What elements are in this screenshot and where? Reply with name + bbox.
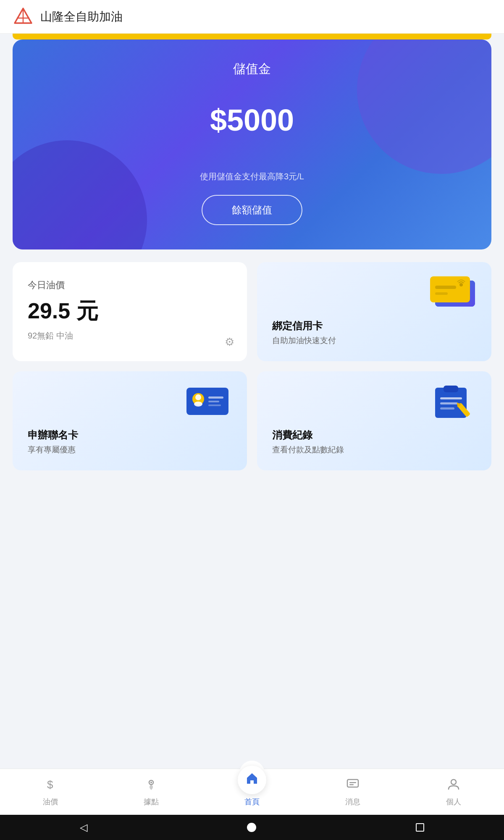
app-logo-icon [13, 6, 34, 27]
yellow-accent-bar [13, 34, 491, 39]
app-header: 山隆全自助加油 [0, 0, 504, 34]
nav-item-oil-price[interactable]: $ 油價 [0, 777, 101, 807]
topup-button[interactable]: 餘額儲值 [202, 195, 302, 225]
nav-label-home: 首頁 [244, 797, 260, 807]
balance-card: 儲值金 $5000 使用儲值金支付最高降3元/L 餘額儲值 [13, 39, 491, 249]
nav-label-message: 消息 [345, 797, 360, 807]
dollar-icon: $ [44, 777, 57, 794]
svg-point-12 [194, 402, 202, 407]
receipt-feature[interactable]: 消費紀錄 查看付款及點數紀錄 [257, 371, 491, 470]
message-icon [346, 777, 360, 794]
svg-rect-27 [349, 782, 356, 783]
svg-text:$: $ [47, 778, 53, 791]
receipt-icon [427, 381, 481, 425]
main-content: 儲值金 $5000 使用儲值金支付最高降3元/L 餘額儲值 今日油價 29.5 … [0, 39, 504, 624]
svg-point-11 [195, 394, 201, 400]
home-icon [245, 771, 259, 789]
person-icon [447, 777, 460, 794]
svg-rect-6 [435, 286, 456, 289]
receipt-sub: 查看付款及點數紀錄 [272, 444, 344, 455]
balance-desc: 使用儲值金支付最高降3元/L [200, 171, 304, 182]
back-button[interactable]: ◁ [80, 822, 87, 833]
location-icon [144, 777, 158, 794]
svg-point-29 [451, 780, 456, 785]
credit-card-feature[interactable]: 綁定信用卡 自助加油快速支付 [257, 262, 491, 361]
svg-rect-18 [440, 397, 462, 399]
svg-rect-20 [440, 407, 454, 410]
home-button[interactable] [247, 823, 256, 832]
svg-rect-5 [430, 276, 470, 302]
svg-rect-15 [208, 404, 221, 406]
app-title: 山隆全自助加油 [40, 9, 123, 25]
member-card-title: 申辦聯名卡 [28, 386, 78, 442]
credit-card-icon [427, 272, 481, 316]
svg-rect-7 [435, 292, 448, 295]
nav-item-profile[interactable]: 個人 [403, 777, 504, 807]
oil-price-value: 29.5 元 [28, 297, 232, 326]
svg-rect-28 [349, 784, 354, 785]
svg-rect-26 [347, 780, 358, 787]
nav-item-home[interactable]: 首頁 [202, 766, 302, 807]
svg-point-25 [150, 782, 152, 783]
member-card-feature[interactable]: 申辦聯名卡 享有專屬優惠 [13, 371, 247, 470]
oil-price-header: 今日油價 [28, 279, 232, 291]
member-card-icon [182, 381, 237, 425]
nav-label-oil-price: 油價 [43, 797, 58, 807]
svg-rect-13 [208, 396, 223, 399]
recents-button[interactable] [416, 823, 424, 832]
settings-icon[interactable]: ⚙ [225, 336, 234, 349]
nav-item-message[interactable]: 消息 [302, 777, 403, 807]
balance-amount: $5000 [210, 103, 294, 137]
feature-grid-row1: 今日油價 29.5 元 92無鉛 中油 ⚙ [13, 262, 491, 361]
svg-rect-17 [444, 386, 458, 392]
svg-point-8 [459, 283, 463, 286]
nav-label-profile: 個人 [446, 797, 461, 807]
receipt-title: 消費紀錄 [272, 386, 312, 442]
system-nav-bar: ◁ [0, 815, 504, 840]
svg-rect-9 [186, 388, 228, 415]
nav-item-location[interactable]: 據點 [101, 777, 202, 807]
member-card-sub: 享有專屬優惠 [28, 444, 76, 455]
nav-label-location: 據點 [144, 797, 159, 807]
balance-card-label: 儲值金 [233, 60, 271, 78]
oil-price-sub: 92無鉛 中油 [28, 330, 232, 341]
feature-grid-row2: 申辦聯名卡 享有專屬優惠 消費紀錄 [13, 371, 491, 470]
svg-rect-14 [208, 401, 219, 402]
bottom-navigation: $ 油價 據點 首頁 [0, 769, 504, 815]
credit-card-title: 綁定信用卡 [272, 277, 323, 333]
spacer [0, 624, 504, 769]
oil-price-card: 今日油價 29.5 元 92無鉛 中油 ⚙ [13, 262, 247, 361]
credit-card-sub: 自助加油快速支付 [272, 335, 336, 346]
svg-rect-19 [440, 402, 458, 404]
